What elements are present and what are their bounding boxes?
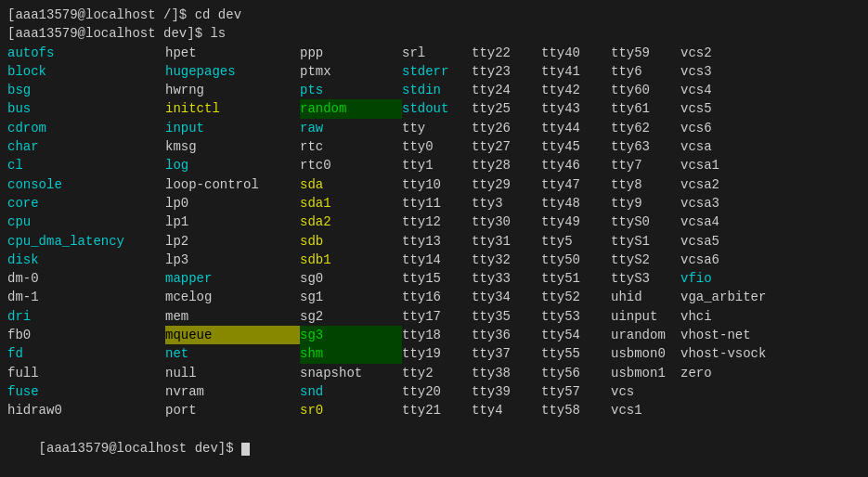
list-item: tty46 <box>541 156 611 174</box>
list-item: sg0 <box>300 269 402 288</box>
list-item: vhci <box>680 307 773 326</box>
list-item: tty0 <box>402 137 472 156</box>
list-item: nvram <box>165 382 300 401</box>
list-item: tty19 <box>402 344 472 363</box>
list-item: autofs <box>7 44 165 62</box>
list-item: char <box>7 137 165 156</box>
list-item: vcsa3 <box>680 194 773 213</box>
list-item: stdout <box>402 99 472 118</box>
list-item: tty56 <box>541 364 611 382</box>
list-item: ttyS3 <box>611 269 680 288</box>
list-item: vga_arbiter <box>680 288 773 306</box>
list-item: tty58 <box>541 401 611 419</box>
list-item: vcs3 <box>680 62 773 81</box>
list-item: tty45 <box>541 137 611 156</box>
list-item: lp2 <box>165 232 300 251</box>
list-item: tty53 <box>541 307 611 326</box>
list-item: urandom <box>611 326 680 344</box>
list-item: hidraw0 <box>7 401 165 419</box>
list-item: sda <box>300 175 402 194</box>
list-item: fb0 <box>7 326 165 344</box>
list-item: vcsa1 <box>680 156 773 174</box>
list-item: uinput <box>611 307 680 326</box>
list-item: kmsg <box>165 137 300 156</box>
list-item: ttyS0 <box>611 213 680 231</box>
list-item: tty42 <box>541 81 611 99</box>
list-item: tty13 <box>402 232 472 251</box>
col-6: tty40tty41tty42tty43tty44tty45tty46tty47… <box>541 44 611 420</box>
list-item: tty35 <box>472 307 541 326</box>
list-item: core <box>7 194 165 213</box>
list-item: cl <box>7 156 165 174</box>
list-item: vcs1 <box>611 401 680 419</box>
list-item: tty25 <box>472 99 541 118</box>
list-item: sg1 <box>300 288 402 306</box>
list-item: net <box>165 344 300 363</box>
list-item: console <box>7 175 165 194</box>
list-item: tty62 <box>611 119 680 137</box>
list-item: log <box>165 156 300 174</box>
list-item: sr0 <box>300 401 402 419</box>
list-item: tty34 <box>472 288 541 306</box>
list-item: tty57 <box>541 382 611 401</box>
list-item: tty61 <box>611 99 680 118</box>
list-item: vcsa4 <box>680 213 773 231</box>
list-item: tty50 <box>541 251 611 269</box>
list-item: vcs <box>611 382 680 401</box>
list-item: tty31 <box>472 232 541 251</box>
col-2: hpethugepageshwrnginitctlinputkmsglogloo… <box>165 44 300 420</box>
list-item: tty29 <box>472 175 541 194</box>
list-item: vcs4 <box>680 81 773 99</box>
list-item: sg2 <box>300 307 402 326</box>
list-item: loop-control <box>165 175 300 194</box>
list-item: tty4 <box>472 401 541 419</box>
list-item: tty15 <box>402 269 472 288</box>
list-item: hpet <box>165 44 300 62</box>
list-item: tty33 <box>472 269 541 288</box>
list-item: tty1 <box>402 156 472 174</box>
prompt-line[interactable]: [aaa13579@localhost dev]$ <box>7 420 861 477</box>
list-item: stdin <box>402 81 472 99</box>
list-item: tty47 <box>541 175 611 194</box>
list-item: dm-0 <box>7 269 165 288</box>
list-item: hwrng <box>165 81 300 99</box>
list-item: tty41 <box>541 62 611 81</box>
list-item: rtc <box>300 137 402 156</box>
list-item: tty40 <box>541 44 611 62</box>
list-item: vfio <box>680 269 773 288</box>
list-item: tty3 <box>472 194 541 213</box>
list-item: sda2 <box>300 213 402 231</box>
list-item: tty10 <box>402 175 472 194</box>
list-item: usbmon1 <box>611 364 680 382</box>
list-item: sda1 <box>300 194 402 213</box>
list-item: lp1 <box>165 213 300 231</box>
list-item: raw <box>300 119 402 137</box>
list-item: tty28 <box>472 156 541 174</box>
col-4: srlstderrstdinstdoutttytty0tty1tty10tty1… <box>402 44 472 420</box>
col-1: autofsblockbsgbuscdromcharclconsolecorec… <box>7 44 165 420</box>
list-item: shm <box>300 344 402 363</box>
list-item: tty22 <box>472 44 541 62</box>
list-item: tty37 <box>472 344 541 363</box>
list-item: mapper <box>165 269 300 288</box>
list-item: tty54 <box>541 326 611 344</box>
list-item: hugepages <box>165 62 300 81</box>
list-item: full <box>7 364 165 382</box>
list-item: zero <box>680 364 773 382</box>
list-item: vcsa <box>680 137 773 156</box>
list-item: ptmx <box>300 62 402 81</box>
prompt-text: [aaa13579@localhost dev]$ <box>39 441 241 456</box>
list-item: uhid <box>611 288 680 306</box>
list-item: mcelog <box>165 288 300 306</box>
col-5: tty22tty23tty24tty25tty26tty27tty28tty29… <box>472 44 541 420</box>
list-item: fuse <box>7 382 165 401</box>
list-item: snd <box>300 382 402 401</box>
list-item: tty32 <box>472 251 541 269</box>
list-item: tty52 <box>541 288 611 306</box>
list-item: tty12 <box>402 213 472 231</box>
list-item: cdrom <box>7 119 165 137</box>
list-item: tty11 <box>402 194 472 213</box>
list-item: tty24 <box>472 81 541 99</box>
list-item: tty23 <box>472 62 541 81</box>
list-item: sdb <box>300 232 402 251</box>
